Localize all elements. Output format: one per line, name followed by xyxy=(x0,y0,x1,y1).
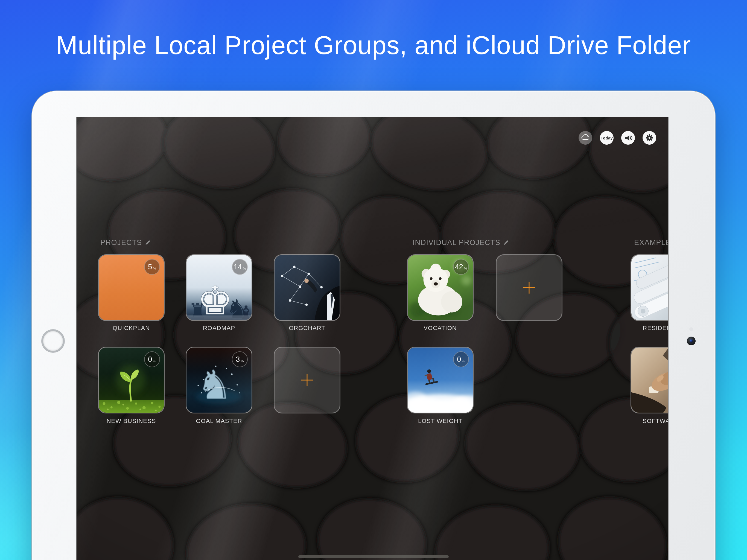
page-scroll-indicator[interactable] xyxy=(298,555,449,558)
progress-badge: 14 % xyxy=(232,259,248,275)
ipad-device: Today xyxy=(31,91,716,560)
cloud-icon xyxy=(580,133,591,143)
announcements-button[interactable] xyxy=(621,131,635,145)
progress-badge: 0 % xyxy=(453,351,469,367)
group-title: PROJECTS xyxy=(100,238,142,247)
screen-vignette xyxy=(77,117,668,560)
plus-icon xyxy=(301,374,314,387)
group-header-examples: EXAMPLES xyxy=(634,238,668,247)
group-title: INDIVIDUAL PROJECTS xyxy=(413,238,500,247)
svg-text:♞: ♞ xyxy=(197,362,232,407)
project-tile-software[interactable] xyxy=(630,347,668,413)
page-title: Multiple Local Project Groups, and iClou… xyxy=(0,31,747,60)
pencil-icon[interactable] xyxy=(503,240,509,246)
add-project-tile[interactable] xyxy=(274,347,340,413)
progress-badge: 42 % xyxy=(453,259,469,275)
app-screen: Today xyxy=(77,117,668,560)
handshake-photo xyxy=(632,348,668,413)
project-tile-lost-weight[interactable]: 0 % xyxy=(407,347,473,413)
group-title: EXAMPLES xyxy=(634,238,668,247)
today-button[interactable]: Today xyxy=(600,131,614,145)
pencil-icon[interactable] xyxy=(145,240,151,246)
tile-label-roadmap: ROADMAP xyxy=(172,325,266,332)
project-tile-roadmap[interactable]: ♜ ♞ ♝ ♚ 14 % xyxy=(186,254,252,321)
camera-lens xyxy=(690,339,693,342)
project-tile-goal-master[interactable]: ♞ 3 % xyxy=(186,347,252,413)
megaphone-icon xyxy=(623,133,633,143)
tile-label-software: SOFTWARE D xyxy=(617,417,668,425)
group-header-individual-projects: INDIVIDUAL PROJECTS xyxy=(413,238,509,247)
tile-label-new-business: NEW BUSINESS xyxy=(84,417,178,425)
plus-icon xyxy=(522,281,536,294)
tile-label-orgchart: ORGCHART xyxy=(260,325,354,332)
front-camera xyxy=(687,337,696,345)
icloud-sync-button[interactable] xyxy=(578,131,592,145)
ambient-sensor xyxy=(689,327,693,331)
tile-label-quickplan: QUICKPLAN xyxy=(84,325,178,332)
tile-label-goal-master: GOAL MASTER xyxy=(172,417,266,425)
businessman-network-photo xyxy=(275,255,340,320)
progress-badge: 3 % xyxy=(232,351,248,367)
group-header-projects: PROJECTS xyxy=(100,238,151,247)
marketing-page: Multiple Local Project Groups, and iClou… xyxy=(0,0,747,560)
today-label: Today xyxy=(601,136,613,140)
home-button xyxy=(41,329,65,353)
progress-badge: 5 % xyxy=(144,259,160,275)
settings-button[interactable] xyxy=(643,131,656,145)
project-tile-residential[interactable] xyxy=(630,254,668,321)
project-tile-new-business[interactable]: 0 % xyxy=(98,347,164,413)
toolbar: Today xyxy=(578,131,656,145)
gear-icon xyxy=(644,133,654,143)
project-tile-vocation[interactable]: 42 % xyxy=(407,254,473,321)
svg-text:♚: ♚ xyxy=(197,278,233,320)
tile-label-residential: RESIDENTIAL xyxy=(617,325,668,332)
project-tile-quickplan[interactable]: 5 % xyxy=(98,254,164,321)
add-project-tile[interactable] xyxy=(496,254,562,321)
progress-badge: 0 % xyxy=(144,351,160,367)
tile-label-lost-weight: LOST WEIGHT xyxy=(393,417,487,425)
blueprints-photo xyxy=(632,255,668,320)
project-tile-orgchart[interactable] xyxy=(274,254,340,321)
tile-label-vocation: VOCATION xyxy=(393,325,487,332)
